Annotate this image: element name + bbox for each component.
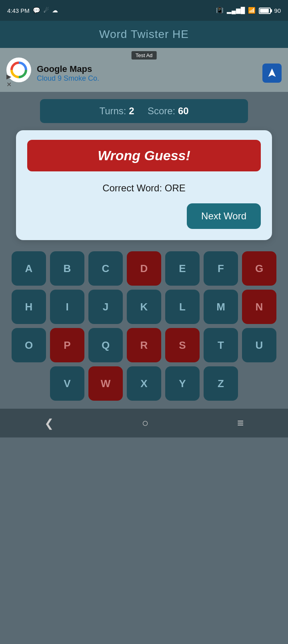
cloud-icon: ☁ xyxy=(52,7,58,14)
correct-word-label: Correct Word: ORE xyxy=(27,183,261,194)
navigation-icon xyxy=(266,68,278,79)
key-j[interactable]: J xyxy=(88,290,123,324)
ad-subtitle: Cloud 9 Smoke Co. xyxy=(37,74,257,83)
score-bar: Turns: 2 Score: 60 xyxy=(40,99,248,123)
key-l[interactable]: L xyxy=(165,290,200,324)
wrong-guess-banner: Wrong Guess! xyxy=(27,140,261,171)
wrong-guess-text: Wrong Guess! xyxy=(98,148,190,163)
key-g[interactable]: G xyxy=(242,251,276,286)
status-left: 4:43 PM 💬 ☄ ☁ xyxy=(7,7,58,14)
result-card: Wrong Guess! Correct Word: ORE Next Word xyxy=(16,130,272,240)
battery-icon xyxy=(259,7,271,14)
key-e[interactable]: E xyxy=(165,251,200,286)
key-u[interactable]: U xyxy=(242,328,276,362)
ad-text: Google Maps Cloud 9 Smoke Co. xyxy=(37,64,257,83)
key-y[interactable]: Y xyxy=(165,366,200,401)
key-n[interactable]: N xyxy=(242,290,276,324)
usb-icon: ☄ xyxy=(44,7,49,14)
battery-level: 90 xyxy=(274,7,281,14)
menu-button[interactable]: ≡ xyxy=(237,417,244,429)
wifi-icon: 📶 xyxy=(248,7,256,14)
keyboard-row: OPQRSTU xyxy=(6,328,282,362)
score-label: Score: xyxy=(148,105,175,116)
app-header: Word Twister HE xyxy=(0,21,288,48)
key-c[interactable]: C xyxy=(88,251,123,286)
status-time: 4:43 PM xyxy=(7,7,30,14)
key-r[interactable]: R xyxy=(127,328,161,362)
app-title: Word Twister HE xyxy=(99,28,189,40)
turns-label: Turns: xyxy=(99,105,126,116)
key-s[interactable]: S xyxy=(165,328,200,362)
keyboard-row: ABCDEFG xyxy=(6,251,282,286)
key-b[interactable]: B xyxy=(50,251,84,286)
ad-nav-button[interactable] xyxy=(262,64,282,83)
close-icon[interactable]: ✕ xyxy=(6,81,12,88)
key-p[interactable]: P xyxy=(50,328,84,362)
whatsapp-icon: 💬 xyxy=(33,7,40,14)
key-f[interactable]: F xyxy=(204,251,238,286)
key-d[interactable]: D xyxy=(127,251,161,286)
vibrate-icon: 📳 xyxy=(216,7,224,14)
score-value: 60 xyxy=(178,105,189,116)
play-icon[interactable]: ▶ xyxy=(6,74,12,80)
key-x[interactable]: X xyxy=(127,366,161,401)
ad-banner[interactable]: Test Ad Google Maps Cloud 9 Smoke Co. ▶ … xyxy=(0,48,288,92)
ad-label: Test Ad xyxy=(132,51,157,60)
key-v[interactable]: V xyxy=(50,366,84,401)
ad-company: Google Maps xyxy=(37,64,257,74)
turns-value: 2 xyxy=(129,105,134,116)
key-t[interactable]: T xyxy=(204,328,238,362)
keyboard-section: ABCDEFGHIJKLMNOPQRSTUVWXYZ xyxy=(0,251,288,401)
bottom-nav: ❮ ○ ≡ xyxy=(0,409,288,437)
keyboard-row: VWXYZ xyxy=(6,366,282,401)
ad-controls: ▶ ✕ xyxy=(6,74,12,88)
key-z[interactable]: Z xyxy=(204,366,238,401)
key-m[interactable]: M xyxy=(204,290,238,324)
signal-icon: ▂▄▆█ xyxy=(227,7,245,14)
status-right: 📳 ▂▄▆█ 📶 90 xyxy=(216,7,281,14)
key-q[interactable]: Q xyxy=(88,328,123,362)
keyboard-row: HIJKLMN xyxy=(6,290,282,324)
svg-point-1 xyxy=(16,67,22,73)
next-word-button[interactable]: Next Word xyxy=(187,203,261,229)
google-maps-logo xyxy=(10,61,28,79)
status-bar: 4:43 PM 💬 ☄ ☁ 📳 ▂▄▆█ 📶 90 xyxy=(0,0,288,21)
key-h[interactable]: H xyxy=(12,290,46,324)
home-button[interactable]: ○ xyxy=(142,417,149,429)
key-w[interactable]: W xyxy=(88,366,123,401)
key-k[interactable]: K xyxy=(127,290,161,324)
key-o[interactable]: O xyxy=(12,328,46,362)
key-i[interactable]: I xyxy=(50,290,84,324)
key-a[interactable]: A xyxy=(12,251,46,286)
back-button[interactable]: ❮ xyxy=(44,417,54,430)
